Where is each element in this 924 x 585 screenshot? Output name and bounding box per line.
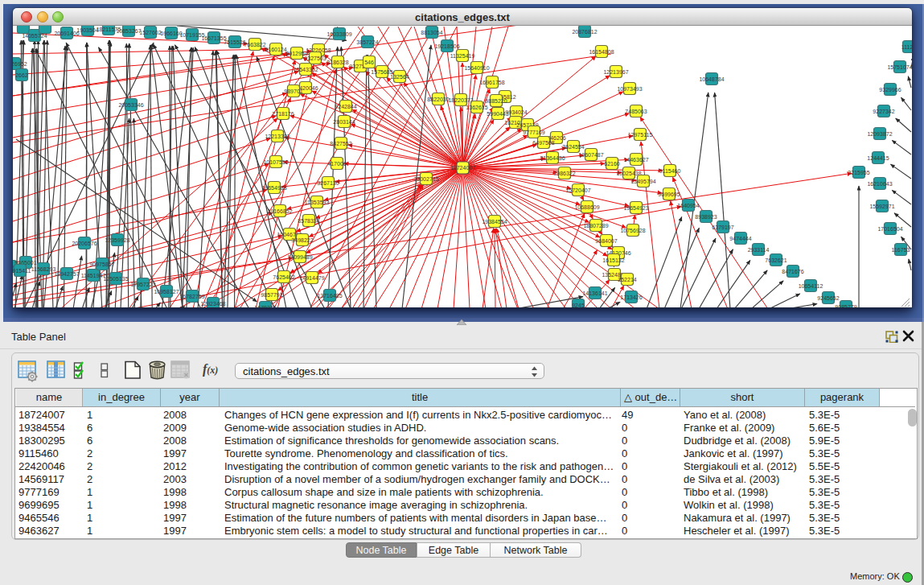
svg-text:3915411: 3915411 [13,267,31,273]
svg-text:21364436: 21364436 [540,154,565,160]
svg-text:23002715: 23002715 [413,175,438,181]
svg-text:12923468: 12923468 [200,300,225,306]
svg-text:9699695: 9699695 [658,191,680,196]
svg-text:18807289: 18807289 [583,222,608,228]
svg-text:12213967: 12213967 [603,68,628,74]
svg-text:9085779: 9085779 [835,303,856,307]
svg-text:12975115: 12975115 [628,131,653,137]
svg-text:12942757: 12942757 [54,270,79,276]
svg-text:7625402: 7625402 [273,274,294,279]
svg-text:26626952: 26626952 [13,60,27,66]
svg-text:1678275: 1678275 [254,304,276,307]
svg-text:19384554: 19384554 [482,218,507,224]
svg-text:11568293: 11568293 [31,266,56,271]
svg-text:62160: 62160 [604,160,620,166]
svg-text:10607487: 10607487 [578,151,603,157]
svg-text:15592971: 15592971 [869,203,894,208]
svg-text:10648784: 10648784 [699,76,724,81]
svg-text:17957223: 17957223 [130,281,155,286]
svg-text:8186328: 8186328 [326,59,348,64]
svg-text:10654112: 10654112 [799,282,823,288]
svg-text:116753: 116753 [892,246,910,252]
svg-text:11125: 11125 [901,43,912,49]
svg-text:1615132: 1615132 [602,257,624,262]
svg-text:15720407: 15720407 [565,187,590,192]
svg-text:20691406: 20691406 [54,30,79,35]
svg-text:14914479: 14914479 [299,274,324,280]
svg-text:9327503: 9327503 [304,55,326,60]
svg-text:16210643: 16210643 [867,180,892,186]
svg-text:9115460: 9115460 [659,167,681,173]
svg-text:9684007: 9684007 [595,237,617,243]
svg-text:7632621: 7632621 [765,257,786,262]
svg-text:9329966: 9329966 [879,86,901,92]
svg-text:6497568: 6497568 [532,139,554,145]
svg-text:10853267: 10853267 [116,27,141,33]
svg-text:11353593: 11353593 [305,199,330,204]
svg-text:11325419: 11325419 [450,52,475,58]
svg-text:1713426: 1713426 [620,294,642,299]
svg-text:14099489: 14099489 [287,253,312,259]
svg-text:19166852: 19166852 [267,208,292,213]
svg-text:3498222: 3498222 [291,237,313,242]
svg-text:16033809: 16033809 [326,31,351,36]
svg-text:8427552: 8427552 [330,140,351,146]
svg-text:20053346: 20053346 [118,101,143,107]
svg-text:2803144: 2803144 [333,118,355,124]
svg-text:7485063: 7485063 [625,108,647,113]
svg-text:19218506: 19218506 [434,43,459,48]
svg-text:2662: 2662 [15,72,28,77]
svg-text:2933114: 2933114 [748,246,770,252]
svg-text:16961758: 16961758 [479,79,504,84]
svg-text:19654983: 19654983 [261,184,286,190]
svg-text:7515526: 7515526 [224,39,245,44]
svg-text:3624554: 3624554 [562,143,584,149]
svg-text:252214: 252214 [618,276,636,282]
svg-text:20206576: 20206576 [72,240,97,245]
svg-text:1640954: 1640954 [677,202,699,208]
svg-text:9885220: 9885220 [485,97,507,103]
svg-text:17016504: 17016504 [877,225,902,231]
svg-text:417006: 417006 [327,160,346,166]
svg-text:12093872: 12093872 [867,130,892,136]
svg-text:7986322: 7986322 [553,170,575,175]
svg-text:11451947: 11451947 [81,272,106,278]
svg-text:2718176: 2718176 [272,110,294,116]
svg-text:1903504: 1903504 [76,27,98,32]
svg-text:10958127: 10958127 [154,288,179,294]
svg-text:8822030: 8822030 [427,96,449,101]
svg-text:12359928: 12359928 [105,237,129,242]
svg-text:7663822: 7663822 [244,41,265,47]
svg-text:1244415: 1244415 [867,154,889,160]
svg-text:9777169: 9777169 [523,129,544,134]
svg-text:8938923: 8938923 [695,213,717,219]
svg-text:16671355: 16671355 [201,35,226,40]
svg-text:10756928: 10756928 [620,227,645,233]
svg-text:546: 546 [364,59,374,64]
svg-text:10543362: 10543362 [293,66,318,72]
svg-text:15640910: 15640910 [464,64,489,70]
svg-text:19654923: 19654923 [623,204,648,210]
svg-text:132564: 132564 [390,73,409,79]
svg-text:8813054: 8813054 [421,29,442,35]
svg-text:1527602: 1527602 [139,29,161,35]
svg-text:16154808: 16154808 [589,48,614,54]
svg-text:12213383: 12213383 [265,133,290,138]
svg-text:12505135: 12505135 [103,275,128,281]
svg-text:90975857: 90975857 [89,261,114,266]
svg-text:8471676: 8471676 [782,268,803,274]
svg-text:3857224: 3857224 [356,39,378,44]
svg-text:10688609: 10688609 [574,204,599,209]
svg-text:20876812: 20876812 [572,28,597,34]
svg-text:18724007: 18724007 [450,165,475,171]
svg-text:3267130: 3267130 [317,179,339,185]
svg-text:6379197: 6379197 [712,224,733,229]
svg-text:9245652: 9245652 [817,295,839,300]
svg-text:16782759: 16782759 [179,293,204,299]
svg-text:8578334: 8578334 [298,217,319,223]
svg-text:9934024: 9934024 [505,109,527,114]
svg-text:14136141: 14136141 [582,290,607,295]
svg-text:9245: 9245 [572,302,585,307]
svg-text:9474444: 9474444 [729,235,751,241]
svg-text:10025438: 10025438 [616,170,641,175]
